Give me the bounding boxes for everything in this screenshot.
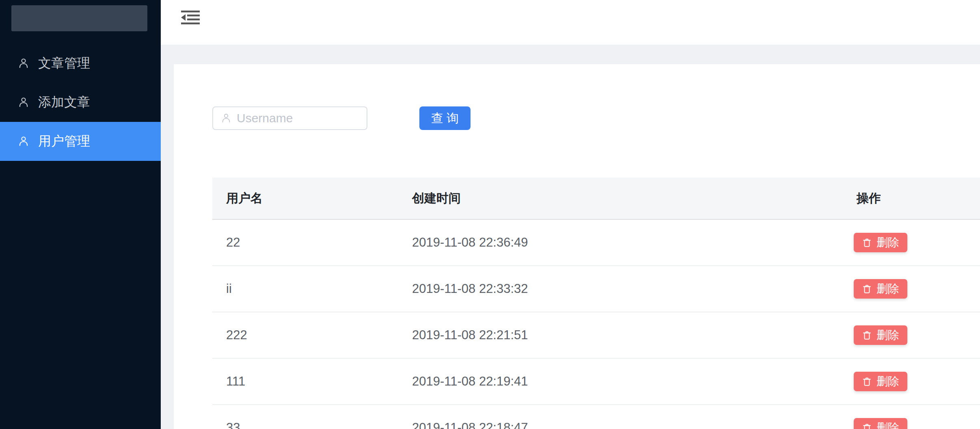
column-header-actions: 操作 — [857, 190, 881, 207]
cell-created-at: 2019-11-08 22:21:51 — [412, 328, 528, 342]
delete-button-label: 删除 — [876, 235, 899, 250]
logo-placeholder — [11, 5, 147, 31]
cell-created-at: 2019-11-08 22:19:41 — [412, 374, 528, 389]
app-window: 文章管理 添加文章 用户管理 — [0, 0, 980, 429]
collapse-sidebar-icon[interactable] — [180, 10, 201, 25]
outdent-icon — [180, 10, 201, 25]
table-row: 33 2019-11-08 22:18:47 删除 — [212, 405, 980, 429]
sidebar-item-2[interactable]: 用户管理 — [0, 122, 161, 161]
table-body: 22 2019-11-08 22:36:49 删除 ii 2019-11-08 … — [212, 220, 980, 429]
table-row: 222 2019-11-08 22:21:51 删除 — [212, 312, 980, 359]
delete-button-label: 删除 — [876, 374, 899, 389]
trash-icon — [862, 284, 872, 294]
cell-created-at: 2019-11-08 22:18:47 — [412, 420, 528, 429]
trash-icon — [862, 238, 872, 248]
sidebar-menu-item-label: 用户管理 — [38, 132, 90, 150]
table-row: 111 2019-11-08 22:19:41 删除 — [212, 359, 980, 405]
users-table: 用户名 创建时间 操作 22 2019-11-08 22:36:49 删除 ii… — [212, 178, 980, 429]
cell-username: 111 — [226, 374, 245, 389]
delete-button[interactable]: 删除 — [854, 418, 907, 429]
sidebar-item-0[interactable]: 文章管理 — [0, 44, 161, 83]
sidebar-item-1[interactable]: 添加文章 — [0, 83, 161, 122]
delete-button-label: 删除 — [876, 327, 899, 343]
sidebar-menu-item-label: 文章管理 — [38, 54, 90, 72]
table-row: 22 2019-11-08 22:36:49 删除 — [212, 220, 980, 266]
sidebar-menu: 文章管理 添加文章 用户管理 — [0, 44, 161, 161]
delete-button-label: 删除 — [876, 281, 899, 297]
cell-username: ii — [226, 282, 232, 296]
cell-username: 222 — [226, 328, 247, 342]
content-card: Username 查 询 用户名 创建时间 操作 22 2019-11-08 2… — [174, 64, 980, 429]
delete-button[interactable]: 删除 — [854, 233, 907, 252]
user-icon — [18, 135, 29, 147]
column-header-username: 用户名 — [226, 190, 263, 207]
trash-icon — [862, 330, 872, 340]
delete-button[interactable]: 删除 — [854, 372, 907, 391]
table-header-row: 用户名 创建时间 操作 — [212, 178, 980, 220]
user-icon — [18, 96, 29, 108]
sidebar: 文章管理 添加文章 用户管理 — [0, 0, 161, 429]
user-icon — [18, 57, 29, 69]
delete-button[interactable]: 删除 — [854, 279, 907, 299]
trash-icon — [862, 377, 872, 387]
search-input[interactable]: Username — [212, 106, 367, 130]
trash-icon — [862, 423, 872, 429]
cell-username: 33 — [226, 420, 240, 429]
table-row: ii 2019-11-08 22:33:32 删除 — [212, 266, 980, 312]
delete-button[interactable]: 删除 — [854, 325, 907, 345]
topbar — [161, 0, 980, 45]
column-header-created-at: 创建时间 — [412, 190, 461, 207]
cell-created-at: 2019-11-08 22:33:32 — [412, 282, 528, 296]
cell-created-at: 2019-11-08 22:36:49 — [412, 235, 528, 250]
cell-username: 22 — [226, 235, 240, 250]
query-button[interactable]: 查 询 — [419, 106, 471, 130]
delete-button-label: 删除 — [876, 420, 899, 429]
user-icon — [221, 113, 231, 124]
search-input-placeholder: Username — [237, 111, 293, 125]
sidebar-menu-item-label: 添加文章 — [38, 93, 90, 111]
